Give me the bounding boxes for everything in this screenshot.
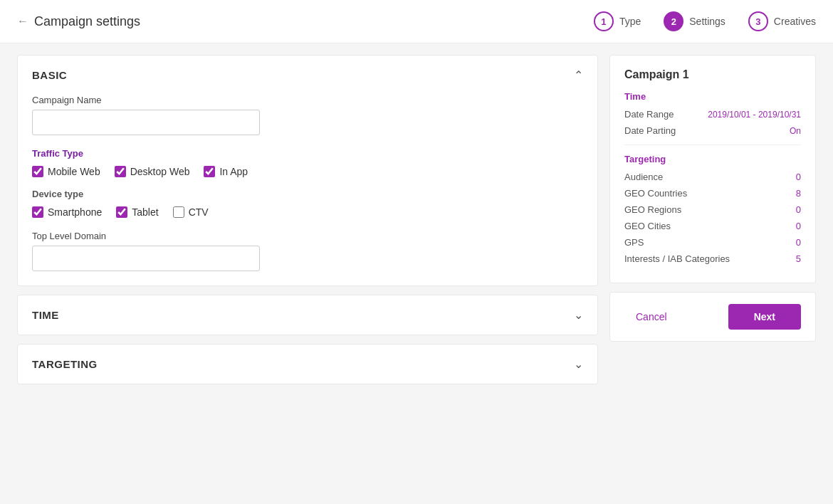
step-1-circle: 1 xyxy=(594,11,614,31)
summary-date-parting-label: Date Parting xyxy=(624,125,676,136)
campaign-name-input[interactable] xyxy=(32,110,260,135)
device-type-label: Device type xyxy=(32,189,583,199)
targeting-section-header[interactable]: TARGETING ⌄ xyxy=(18,345,597,384)
summary-geo-countries-row: GEO Countries 8 xyxy=(624,188,801,199)
checkbox-tablet-input[interactable] xyxy=(116,206,127,218)
header: ← Campaign settings 1 Type 2 Settings 3 … xyxy=(0,0,833,43)
checkbox-tablet[interactable]: Tablet xyxy=(116,206,158,218)
checkbox-ctv-input[interactable] xyxy=(173,206,184,218)
top-level-domain-input[interactable] xyxy=(32,246,260,271)
device-type-checkbox-group: Smartphone Tablet CTV xyxy=(32,206,583,218)
summary-geo-regions-label: GEO Regions xyxy=(624,204,681,215)
time-section-header[interactable]: TIME ⌄ xyxy=(18,295,597,335)
summary-date-parting-value: On xyxy=(790,126,801,136)
checkbox-mobile-web-label: Mobile Web xyxy=(48,166,100,177)
summary-geo-regions-row: GEO Regions 0 xyxy=(624,204,801,215)
summary-geo-cities-value: 0 xyxy=(796,221,801,231)
summary-card: Campaign 1 Time Date Range 2019/10/01 - … xyxy=(609,55,816,283)
main-layout: BASIC ⌃ Campaign Name Traffic Type Mobil… xyxy=(0,43,833,501)
summary-geo-countries-value: 8 xyxy=(796,188,801,199)
summary-time-title: Time xyxy=(624,91,801,102)
step-creatives[interactable]: 3 Creatives xyxy=(748,11,816,31)
checkbox-mobile-web-input[interactable] xyxy=(32,166,43,177)
summary-audience-value: 0 xyxy=(796,172,801,182)
header-left: ← Campaign settings xyxy=(17,14,140,29)
basic-section-header: BASIC ⌃ xyxy=(18,56,597,95)
top-level-domain-label: Top Level Domain xyxy=(32,231,583,241)
left-panel: BASIC ⌃ Campaign Name Traffic Type Mobil… xyxy=(17,55,598,490)
targeting-section-card: TARGETING ⌄ xyxy=(17,344,598,384)
basic-collapse-icon[interactable]: ⌃ xyxy=(574,68,583,82)
checkbox-desktop-web-input[interactable] xyxy=(115,166,126,177)
summary-iab-value: 5 xyxy=(796,253,801,264)
basic-section-title: BASIC xyxy=(32,69,67,81)
traffic-type-checkbox-group: Mobile Web Desktop Web In App xyxy=(32,166,583,177)
basic-section-body: Campaign Name Traffic Type Mobile Web De… xyxy=(18,95,597,285)
summary-date-range-row: Date Range 2019/10/01 - 2019/10/31 xyxy=(624,109,801,120)
basic-section-card: BASIC ⌃ Campaign Name Traffic Type Mobil… xyxy=(17,55,598,286)
time-section-title: TIME xyxy=(32,309,59,321)
summary-geo-cities-label: GEO Cities xyxy=(624,221,671,231)
summary-campaign-name: Campaign 1 xyxy=(624,68,801,81)
checkbox-ctv[interactable]: CTV xyxy=(173,206,209,218)
checkbox-in-app-input[interactable] xyxy=(204,166,215,177)
summary-geo-countries-label: GEO Countries xyxy=(624,188,687,199)
time-collapse-icon[interactable]: ⌄ xyxy=(574,308,583,322)
summary-date-parting-row: Date Parting On xyxy=(624,125,801,136)
checkbox-smartphone[interactable]: Smartphone xyxy=(32,206,102,218)
step-3-label: Creatives xyxy=(774,16,816,27)
checkbox-desktop-web[interactable]: Desktop Web xyxy=(115,166,190,177)
traffic-type-label: Traffic Type xyxy=(32,148,583,159)
checkbox-ctv-label: CTV xyxy=(189,206,209,218)
step-type[interactable]: 1 Type xyxy=(594,11,641,31)
summary-geo-cities-row: GEO Cities 0 xyxy=(624,221,801,231)
summary-audience-label: Audience xyxy=(624,172,663,182)
checkbox-in-app[interactable]: In App xyxy=(204,166,248,177)
step-settings[interactable]: 2 Settings xyxy=(664,11,725,31)
summary-gps-value: 0 xyxy=(796,237,801,248)
summary-gps-label: GPS xyxy=(624,237,644,248)
page-title: Campaign settings xyxy=(34,14,140,29)
summary-date-range-label: Date Range xyxy=(624,109,674,120)
step-2-label: Settings xyxy=(689,16,725,27)
summary-audience-row: Audience 0 xyxy=(624,172,801,182)
step-1-label: Type xyxy=(619,16,641,27)
next-button[interactable]: Next xyxy=(728,304,801,330)
right-panel: Campaign 1 Time Date Range 2019/10/01 - … xyxy=(609,55,816,490)
summary-targeting-title: Targeting xyxy=(624,154,801,164)
summary-divider xyxy=(624,145,801,145)
checkbox-in-app-label: In App xyxy=(219,166,248,177)
stepper: 1 Type 2 Settings 3 Creatives xyxy=(594,11,816,31)
step-3-circle: 3 xyxy=(748,11,768,31)
checkbox-tablet-label: Tablet xyxy=(132,206,158,218)
time-section-card: TIME ⌄ xyxy=(17,295,598,335)
summary-iab-label: Interests / IAB Categories xyxy=(624,253,730,264)
back-button[interactable]: ← xyxy=(17,15,28,28)
summary-geo-regions-value: 0 xyxy=(796,204,801,215)
cancel-button[interactable]: Cancel xyxy=(624,305,679,328)
checkbox-smartphone-input[interactable] xyxy=(32,206,43,218)
step-2-circle: 2 xyxy=(664,11,683,31)
checkbox-smartphone-label: Smartphone xyxy=(48,206,102,218)
action-card: Cancel Next xyxy=(609,292,816,342)
summary-date-range-value: 2019/10/01 - 2019/10/31 xyxy=(708,110,801,120)
targeting-section-title: TARGETING xyxy=(32,358,98,370)
summary-iab-row: Interests / IAB Categories 5 xyxy=(624,253,801,264)
checkbox-mobile-web[interactable]: Mobile Web xyxy=(32,166,100,177)
summary-gps-row: GPS 0 xyxy=(624,237,801,248)
checkbox-desktop-web-label: Desktop Web xyxy=(130,166,190,177)
campaign-name-label: Campaign Name xyxy=(32,95,583,105)
targeting-collapse-icon[interactable]: ⌄ xyxy=(574,357,583,371)
